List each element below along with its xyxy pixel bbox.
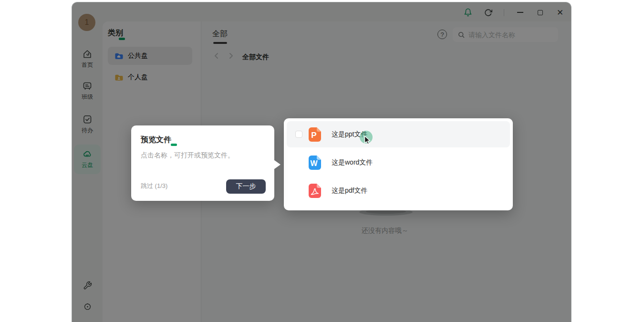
svg-text:W: W (310, 159, 318, 167)
pdf-file-icon (308, 183, 322, 198)
mouse-cursor-icon (364, 135, 373, 146)
tooltip-body: 点击名称，可打开或预览文件。 (141, 151, 265, 160)
file-row-word[interactable]: W 这是word文件 (287, 149, 510, 176)
tooltip-title-accent (171, 144, 177, 146)
file-checkbox[interactable] (295, 131, 302, 138)
file-row-pdf[interactable]: 这是pdf文件 (287, 177, 510, 204)
file-row-ppt[interactable]: P 这是ppt文件 (287, 121, 510, 147)
word-file-icon: W (308, 155, 322, 170)
ppt-file-icon: P (308, 127, 322, 142)
next-step-button[interactable]: 下一步 (226, 179, 266, 194)
svg-text:P: P (311, 131, 316, 140)
file-name[interactable]: 这是pdf文件 (332, 187, 367, 195)
tooltip-title: 预览文件 (141, 135, 171, 145)
file-list-card: P 这是ppt文件 W 这是word文件 这是pdf文件 (284, 118, 513, 210)
tooltip-arrow (274, 160, 280, 169)
skip-button[interactable]: 跳过 (1/3) (141, 182, 167, 190)
tutorial-tooltip: 预览文件 点击名称，可打开或预览文件。 跳过 (1/3) 下一步 (131, 125, 274, 201)
file-name[interactable]: 这是word文件 (332, 158, 373, 167)
app-window: ✕ 1 首页 班级 待办 (72, 2, 571, 322)
desktop: ✕ 1 首页 班级 待办 (0, 0, 644, 322)
